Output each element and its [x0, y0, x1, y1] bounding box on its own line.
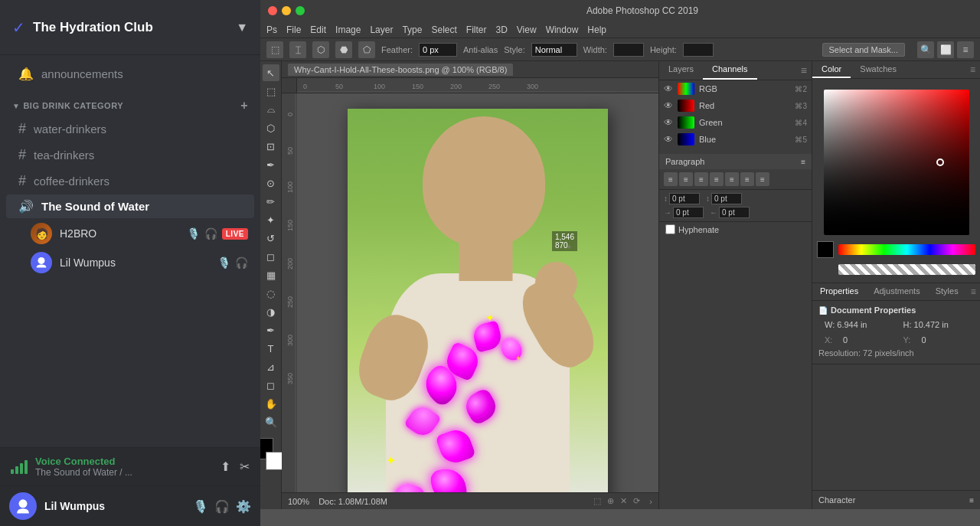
channel-tea-drinkers[interactable]: # tea-drinkers [6, 142, 254, 168]
ps-eye-red[interactable]: 👁 [664, 100, 673, 111]
ps-width-input[interactable] [613, 43, 644, 57]
ps-character-header[interactable]: Character ≡ [818, 494, 974, 506]
ps-tool-pen[interactable]: ✒ [263, 322, 279, 338]
ps-search-icon[interactable]: 🔍 [917, 41, 934, 58]
ps-tool-eyedropper[interactable]: ✒ [263, 156, 279, 173]
ps-menu-3d[interactable]: 3D [495, 25, 507, 35]
ps-bottom-icon1[interactable]: ⬚ [593, 496, 601, 506]
ps-eye-green[interactable]: 👁 [664, 117, 673, 128]
user-mute-icon[interactable]: 🎙️ [193, 499, 208, 514]
ps-layers-tab[interactable]: Layers [659, 61, 703, 80]
ps-height-input[interactable] [683, 43, 714, 57]
category-big-drink[interactable]: ▼ BIG DRINK CATEGORY + [0, 87, 260, 116]
ps-close-button[interactable] [268, 6, 277, 15]
ps-styles-tab[interactable]: Styles [928, 283, 966, 300]
ps-tool-extra2[interactable]: ⬠ [358, 41, 375, 58]
ps-tool-zoom[interactable]: 🔍 [263, 413, 279, 430]
ps-align-left[interactable]: ≡ [664, 172, 678, 186]
ps-file-tab[interactable]: Why-Cant-I-Hold-All-These-boosts.png @ 1… [288, 64, 513, 76]
ps-foreground-color-swatch[interactable] [817, 241, 834, 258]
ps-paragraph-panel-header[interactable]: Paragraph ≡ [659, 154, 812, 169]
ps-align-justify[interactable]: ≡ [710, 172, 724, 186]
ps-tool-stamp[interactable]: ✦ [263, 211, 279, 228]
ps-menu-ps[interactable]: Ps [266, 25, 277, 35]
ps-bottom-icon3[interactable]: ✕ [620, 496, 627, 506]
add-channel-icon[interactable]: + [240, 99, 248, 113]
ps-channel-green[interactable]: 👁 Green ⌘4 [659, 114, 812, 131]
ps-tool-lasso[interactable]: ⌶ [289, 41, 306, 58]
ps-align-right[interactable]: ≡ [694, 172, 708, 186]
ps-menu-window[interactable]: Window [546, 25, 579, 35]
ps-menu-view[interactable]: View [517, 25, 537, 35]
ps-prop-menu-icon[interactable]: ≡ [966, 283, 980, 300]
ps-tool-eraser[interactable]: ◻ [263, 248, 279, 265]
ps-maximize-button[interactable] [296, 6, 305, 15]
ps-tool-marquee[interactable]: ⬚ [263, 83, 279, 100]
ps-eye-rgb[interactable]: 👁 [664, 83, 673, 94]
ps-tool-history[interactable]: ↺ [263, 230, 279, 247]
ps-menu-file[interactable]: File [286, 25, 301, 35]
channel-announcements[interactable]: 🔔 announcements [6, 62, 254, 86]
ps-color-menu-icon[interactable]: ≡ [965, 61, 980, 78]
ps-feather-input[interactable] [419, 43, 457, 57]
voice-channel-sound-of-water[interactable]: 🔊 The Sound of Water [6, 194, 254, 218]
ps-adjustments-tab[interactable]: Adjustments [866, 283, 928, 300]
voice-member-lil-wumpus[interactable]: Lil Wumpus 🎙️ 🎧 [0, 248, 260, 277]
ps-color-tab[interactable]: Color [812, 61, 851, 78]
ps-minimize-button[interactable] [282, 6, 291, 15]
ps-style-input[interactable] [531, 43, 577, 57]
ps-menu-select[interactable]: Select [431, 25, 456, 35]
ps-tool-path[interactable]: ⊿ [263, 358, 279, 375]
ps-tool-spot[interactable]: ⊙ [263, 175, 279, 191]
user-deafen-icon[interactable]: 🎧 [214, 499, 230, 514]
channel-water-drinkers[interactable]: # water-drinkers [6, 116, 254, 142]
ps-tool-move[interactable]: ↖ [263, 64, 279, 81]
ps-tool-select[interactable]: ⬚ [266, 41, 283, 58]
ps-hyphenate-row[interactable]: Hyphenate [659, 222, 812, 237]
ps-menu-filter[interactable]: Filter [466, 25, 487, 35]
ps-chevron-icon[interactable]: › [649, 497, 652, 506]
ps-tool-magic[interactable]: ⬡ [312, 41, 329, 58]
ps-channel-red[interactable]: 👁 Red ⌘3 [659, 97, 812, 114]
ps-tool-magic2[interactable]: ⬡ [263, 119, 279, 136]
ps-tool-lasso2[interactable]: ⌓ [263, 101, 279, 118]
ps-menu-layer[interactable]: Layer [370, 25, 393, 35]
ps-tool-type[interactable]: T [263, 340, 279, 357]
voice-member-h2bro[interactable]: 🧑 H2BRO 🎙️ 🎧 LIVE [0, 219, 260, 248]
ps-menu-edit[interactable]: Edit [310, 25, 326, 35]
ps-align-justify4[interactable]: ≡ [756, 172, 769, 186]
ps-bottom-icon4[interactable]: ⟳ [633, 496, 640, 506]
ps-tool-blur[interactable]: ◌ [263, 285, 279, 302]
ps-menu-image[interactable]: Image [335, 25, 361, 35]
channel-coffee-drinkers[interactable]: # coffee-drinkers [6, 168, 254, 194]
user-settings-icon[interactable]: ⚙️ [236, 499, 251, 514]
ps-tool-extra[interactable]: ⬣ [335, 41, 352, 58]
server-header[interactable]: ✓ The Hydration Club ▼ [0, 0, 260, 55]
ps-tool-gradient[interactable]: ▦ [263, 266, 279, 283]
ps-background-swatch[interactable] [266, 452, 284, 470]
ps-swatches-tab[interactable]: Swatches [851, 61, 906, 78]
ps-hyphenate-checkbox[interactable] [665, 224, 675, 234]
ps-channel-rgb[interactable]: 👁 RGB ⌘2 [659, 80, 812, 97]
ps-menu-type[interactable]: Type [402, 25, 422, 35]
ps-select-mask-button[interactable]: Select and Mask... [822, 43, 906, 57]
ps-color-cursor[interactable] [936, 158, 944, 166]
ps-hue-slider[interactable] [838, 244, 975, 255]
ps-menu-help[interactable]: Help [587, 25, 606, 35]
ps-align-justify2[interactable]: ≡ [725, 172, 739, 186]
ps-tool-brush[interactable]: ✏ [263, 193, 279, 210]
ps-alpha-slider[interactable] [838, 264, 975, 275]
disconnect-icon[interactable]: ✂ [240, 459, 250, 474]
ps-color-picker[interactable] [824, 90, 969, 235]
ps-tool-dodge[interactable]: ◑ [263, 303, 279, 320]
ps-space-after[interactable] [711, 193, 742, 204]
ps-channels-tab[interactable]: Channels [703, 61, 756, 80]
ps-tool-crop[interactable]: ⊡ [263, 138, 279, 155]
ps-channel-blue[interactable]: 👁 Blue ⌘5 [659, 131, 812, 148]
ps-properties-tab[interactable]: Properties [812, 283, 866, 300]
ps-tool-shape[interactable]: ◻ [263, 377, 279, 394]
ps-tool-hand[interactable]: ✋ [263, 395, 279, 412]
ps-indent-left[interactable] [673, 207, 704, 218]
ps-bottom-icon2[interactable]: ⊕ [607, 496, 614, 506]
ps-align-justify3[interactable]: ≡ [740, 172, 754, 186]
